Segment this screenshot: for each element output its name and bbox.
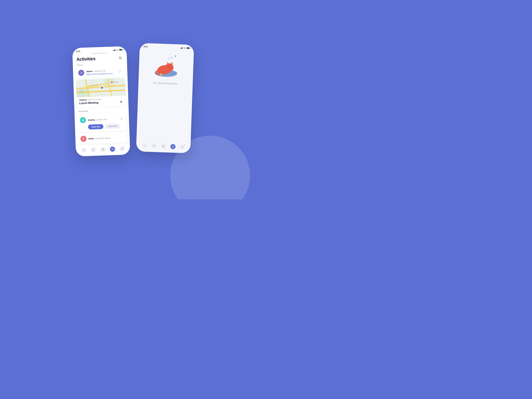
bottom-nav-phone2 — [136, 140, 190, 153]
map-info: Stephen shared a location. Lunch Meeting — [76, 96, 126, 108]
activity-card-map[interactable]: Richmond Pkwy In-N-Out Burger Hilltop La… — [76, 78, 126, 108]
nav-bell-2[interactable] — [179, 144, 185, 150]
avatar-andrea: A — [80, 117, 86, 123]
svg-line-1 — [121, 58, 121, 59]
map-person-name: Stephen — [79, 99, 87, 101]
activity-info-estee: Estee joined the group. — [89, 136, 125, 140]
file-actions: View file Save file — [80, 123, 124, 130]
chat-nav-icon-2 — [151, 143, 156, 149]
signal-icon — [113, 49, 115, 51]
link-icon — [118, 69, 122, 74]
activity-name-estee: Estee — [89, 137, 94, 140]
view-file-button[interactable]: View file — [88, 124, 103, 130]
notification-dot — [123, 146, 125, 147]
chat-nav-icon — [91, 147, 96, 152]
avatar-estee: E — [80, 136, 87, 142]
navigate-icon[interactable] — [119, 100, 123, 104]
activities-list: J James shared a link. https://www.andre… — [73, 66, 130, 146]
svg-point-13 — [101, 86, 103, 89]
nav-chat-2[interactable] — [151, 143, 157, 149]
location-title: Lunch Meeting — [79, 101, 98, 105]
nav-clock[interactable] — [109, 146, 115, 152]
activity-card-join[interactable]: E Estee joined the group. — [78, 132, 127, 144]
attachment-icon — [119, 116, 124, 121]
check-nav-icon-2 — [141, 143, 147, 148]
activity-info-james: James shared a link. https://www.andreah… — [86, 69, 116, 75]
activity-name-andrea: Andrea — [88, 119, 95, 121]
activity-card-link[interactable]: J James shared a link. https://www.andre… — [75, 66, 125, 78]
svg-rect-40 — [164, 146, 164, 146]
svg-rect-19 — [103, 150, 104, 150]
svg-rect-42 — [163, 146, 164, 147]
phone-activities: 9:41 Activities — [72, 46, 130, 156]
activity-action-james: shared a link. — [94, 70, 106, 72]
grid-nav-icon-2 — [161, 144, 166, 149]
no-activities-text: No recent activities. — [153, 81, 178, 85]
sleeping-cat-illustration: z z z — [152, 54, 181, 77]
svg-rect-39 — [162, 145, 163, 146]
status-icons-2 — [180, 47, 190, 49]
nav-grid-2[interactable] — [160, 143, 166, 149]
map-visual: Richmond Pkwy In-N-Out Burger Hilltop La… — [76, 78, 126, 97]
activity-action-andrea: added a file. — [96, 118, 108, 121]
page-title: Activities — [76, 56, 95, 62]
nav-clock-2[interactable] — [170, 144, 176, 150]
phones-container: 9:41 Activities — [74, 45, 192, 154]
activity-card-file[interactable]: A Andrea added a file. View file — [77, 114, 127, 132]
nav-grid[interactable] — [100, 146, 106, 152]
phone-empty: 9:41 z — [136, 43, 194, 153]
svg-rect-17 — [103, 149, 104, 149]
svg-rect-18 — [102, 150, 103, 150]
check-nav-icon — [81, 147, 86, 153]
status-icons — [113, 49, 123, 51]
nav-bell[interactable] — [119, 146, 125, 152]
wifi-icon — [116, 49, 118, 51]
signal-icon-2 — [180, 47, 183, 49]
svg-rect-41 — [162, 146, 163, 147]
empty-state-content: z z z — [136, 49, 194, 142]
nav-check[interactable] — [81, 147, 87, 153]
avatar-james: J — [78, 70, 84, 76]
svg-rect-16 — [102, 149, 103, 149]
grid-nav-icon — [100, 147, 106, 152]
activity-info-andrea: Andrea added a file. — [88, 118, 118, 121]
svg-text:z: z — [171, 56, 172, 59]
svg-text:z: z — [168, 57, 169, 60]
nav-chat[interactable] — [90, 147, 96, 153]
bottom-nav-phone1 — [76, 144, 130, 157]
activity-name-james: James — [86, 70, 93, 72]
wifi-icon-2 — [184, 47, 186, 49]
activity-link-james[interactable]: https://www.andreahock.com — [86, 72, 116, 75]
svg-text:z: z — [174, 54, 176, 58]
activity-action-estee: joined the group. — [95, 137, 111, 139]
clock-nav-icon — [110, 146, 115, 152]
search-icon — [118, 56, 122, 59]
section-yesterday: Yesterday — [77, 108, 126, 114]
save-file-button[interactable]: Save file — [105, 123, 120, 129]
search-button[interactable] — [117, 55, 123, 61]
status-time: 9:41 — [76, 50, 80, 52]
svg-text:Lake Park: Lake Park — [79, 91, 85, 93]
clock-nav-icon-2 — [170, 144, 176, 149]
battery-icon-2 — [187, 47, 190, 49]
notification-dot-2 — [184, 144, 185, 146]
battery-icon — [119, 49, 123, 51]
status-time-2: 9:41 — [143, 45, 148, 48]
nav-check-2[interactable] — [141, 143, 147, 149]
